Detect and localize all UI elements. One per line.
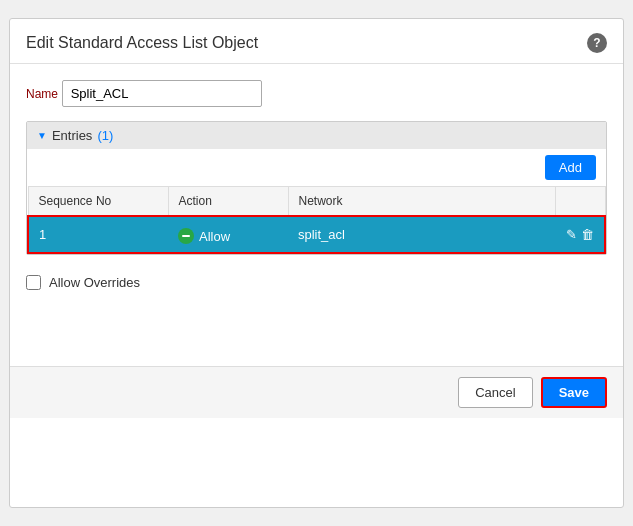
- dialog-title: Edit Standard Access List Object: [26, 34, 258, 52]
- allow-overrides-label: Allow Overrides: [49, 275, 140, 290]
- col-header-seq: Sequence No: [28, 187, 168, 217]
- cell-row-actions: ✎ 🗑: [555, 216, 605, 253]
- allow-overrides-section: Allow Overrides: [26, 275, 607, 290]
- entries-count: (1): [97, 128, 113, 143]
- cancel-button[interactable]: Cancel: [458, 377, 532, 408]
- edit-icon[interactable]: ✎: [566, 227, 577, 242]
- name-label: Name: [26, 87, 58, 101]
- col-header-action: Action: [168, 187, 288, 217]
- dialog-footer: Cancel Save: [10, 366, 623, 418]
- dialog-body: Name ▼ Entries (1) Add Sequence No Actio…: [10, 64, 623, 306]
- name-field-group: Name: [26, 80, 607, 107]
- edit-dialog: Edit Standard Access List Object ? Name …: [9, 18, 624, 508]
- save-button[interactable]: Save: [541, 377, 607, 408]
- allow-icon: [178, 228, 194, 244]
- allow-badge: Allow: [178, 228, 230, 244]
- allow-label: Allow: [199, 229, 230, 244]
- entries-arrow-icon[interactable]: ▼: [37, 130, 47, 141]
- row-action-icons: ✎ 🗑: [565, 227, 594, 242]
- allow-overrides-checkbox[interactable]: [26, 275, 41, 290]
- cell-network: split_acl: [288, 216, 555, 253]
- delete-icon[interactable]: 🗑: [581, 227, 594, 242]
- entries-header: ▼ Entries (1): [27, 122, 606, 149]
- help-icon[interactable]: ?: [587, 33, 607, 53]
- entries-toolbar: Add: [27, 149, 606, 186]
- entries-section: ▼ Entries (1) Add Sequence No Action Net…: [26, 121, 607, 255]
- name-input[interactable]: [62, 80, 262, 107]
- entries-table: Sequence No Action Network 1 Allow: [27, 186, 606, 254]
- cell-seq: 1: [28, 216, 168, 253]
- table-header-row: Sequence No Action Network: [28, 187, 605, 217]
- col-header-network: Network: [288, 187, 555, 217]
- dialog-header: Edit Standard Access List Object ?: [10, 19, 623, 64]
- col-header-row-actions: [555, 187, 605, 217]
- entries-label: Entries: [52, 128, 92, 143]
- table-row[interactable]: 1 Allow split_acl ✎ 🗑: [28, 216, 605, 253]
- add-button[interactable]: Add: [545, 155, 596, 180]
- cell-action: Allow: [168, 216, 288, 253]
